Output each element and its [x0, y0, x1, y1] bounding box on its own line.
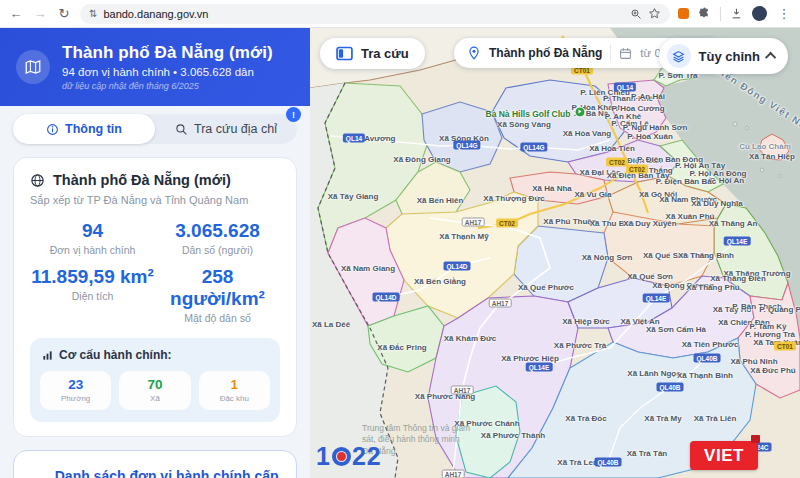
map-label: Xã Quế Sơn	[627, 272, 673, 281]
road-badge: AH17	[442, 470, 465, 478]
map-label: P. Hòa Xuân	[627, 132, 673, 141]
overview-card: Thành phố Đà Nẵng (mới) Sắp xếp từ TP Đà…	[13, 157, 297, 437]
map-label: P. Hương Trà	[745, 330, 795, 339]
map-label: Xã Tây Giang	[328, 192, 379, 201]
map-label: P. Tam Kỳ	[749, 322, 786, 331]
map-label: Xã Tiên Phước	[682, 340, 739, 349]
tab-tra-cuu-dia-chi[interactable]: Tra cứu địa chỉ	[155, 114, 297, 144]
road-badge: QL40B	[657, 383, 684, 392]
map-label: P. Bàn Thạch	[732, 302, 782, 311]
road-badge: CT02	[496, 219, 518, 228]
zoom-icon[interactable]	[630, 8, 642, 20]
divider	[720, 7, 721, 21]
overview-subtitle: Sắp xếp từ TP Đà Nẵng và Tỉnh Quảng Nam	[30, 194, 280, 206]
map-label: Xã Phước Năng	[415, 392, 475, 401]
road-badge: QL14G	[453, 141, 480, 150]
map-label: Xã Sơn Cẩm Hà	[646, 325, 706, 334]
map-label: Xã Nông Sơn	[582, 253, 633, 262]
map-label: P. Ngũ Hành Sơn	[623, 123, 688, 132]
map-label: Xã Phước Trà	[554, 341, 606, 350]
map-label: Xã Bến Giằng	[414, 277, 466, 286]
logo-1022-two: 22	[352, 442, 382, 471]
bookmark-star-icon[interactable]	[648, 7, 661, 20]
map-label: Xã Thu Bồn	[590, 219, 634, 228]
map-label: Xã Phú Thuận	[543, 217, 596, 226]
map-label: Xã Trà Tân	[627, 449, 667, 458]
map-label: Xã Xuân Phú	[666, 212, 715, 221]
stat-admin-units: 94 Đơn vị hành chính	[30, 220, 155, 256]
map-label: Xã Thăng Trường	[723, 269, 790, 278]
info-icon	[46, 123, 59, 136]
reload-icon[interactable]: ↻	[56, 7, 72, 20]
city-header: Thành phố Đà Nẵng (mới) 94 đơn vị hành c…	[0, 28, 310, 106]
download-icon[interactable]	[730, 7, 743, 20]
map-label: Cù Lao Chàm	[739, 142, 791, 151]
map-label: Xã Đắc Pring	[377, 343, 426, 352]
notification-badge: !	[286, 107, 301, 122]
stat-population: 3.065.628 Dân số (người)	[155, 220, 280, 256]
map-icon	[16, 50, 50, 84]
map-label: P. Hội An Đông	[690, 169, 747, 178]
logo-viet[interactable]: VIET	[690, 441, 758, 470]
map-label: Xã Việt An	[620, 317, 659, 326]
map-label: Xã Phú Ninh	[730, 357, 777, 366]
extension-icon[interactable]	[678, 8, 689, 19]
current-location[interactable]: Thành phố Đà Nẵng	[489, 46, 602, 60]
road-badge: CT02	[606, 158, 628, 167]
map-label: Xã Lãnh Ngọc	[627, 369, 680, 378]
browser-toolbar: ← → ↻ ⇅ bando.danang.gov.vn ⋮	[0, 0, 800, 28]
profile-avatar[interactable]	[752, 6, 767, 21]
map-label: Xã Duy Nghĩa	[691, 199, 743, 208]
map-label: Xã Khâm Đức	[444, 334, 496, 343]
data-updated-note: dữ liệu cập nhật đến tháng 6/2025	[62, 81, 273, 91]
map-label: Xã Trà Leng	[557, 458, 602, 467]
map-canvas[interactable]: Xã AvươngXã Đông GiangXã Sông KônXã Sông…	[310, 28, 800, 478]
stats-grid: 94 Đơn vị hành chính 3.065.628 Dân số (n…	[30, 220, 280, 324]
map-label: Xã Hiệp Đức	[562, 317, 610, 326]
tra-cuu-button[interactable]: Tra cứu	[320, 38, 425, 69]
map-label: P. Hội An	[710, 176, 744, 185]
map-label: Xã Phước Hiệp	[501, 354, 559, 363]
search-icon	[175, 123, 188, 136]
map-label: P. An Thắng	[627, 166, 672, 175]
tab-thong-tin[interactable]: Thông tin	[13, 114, 155, 144]
map-label: Xã Tân Hiệp	[749, 152, 795, 161]
commune-list-link[interactable]: Danh sách đơn vị hành chính cấp xã	[30, 468, 280, 478]
site-info-icon[interactable]: ⇅	[89, 8, 97, 19]
map-label: Xã Thăng Điền	[710, 274, 766, 283]
stat-area: 11.859,59 km² Diện tích	[30, 266, 155, 324]
url-bar[interactable]: ⇅ bando.danang.gov.vn	[80, 4, 670, 24]
road-badge: CT02	[626, 165, 648, 174]
road-badge: QL40B	[694, 354, 721, 363]
map-label: Xã Phước Thành	[481, 431, 545, 440]
map-label: Xã Nam Phước	[659, 195, 717, 204]
road-badge: QL14E	[526, 363, 553, 372]
menu-kebab-icon[interactable]: ⋮	[776, 7, 792, 20]
map-label: Xã Thượng Đức	[483, 194, 544, 203]
map-label: Xã Điện Bàn Tây	[607, 171, 670, 180]
map-label: P. An Hải	[631, 92, 665, 101]
map-label: Xã Đại Lộc	[580, 168, 621, 177]
road-badge: AH17	[489, 299, 512, 308]
map-label: Xã Duy Xuyên	[623, 219, 676, 228]
tra-cuu-label: Tra cứu	[361, 46, 409, 61]
sidebar-tabs: Thông tin Tra cứu địa chỉ !	[13, 114, 297, 144]
extensions-puzzle-icon[interactable]	[698, 7, 711, 20]
map-label: Xã Thạnh Mỹ	[439, 232, 488, 241]
structure-title: Cơ cấu hành chính:	[59, 348, 172, 362]
forward-icon[interactable]: →	[32, 7, 48, 20]
logo-1022[interactable]: 1 22	[316, 442, 382, 471]
back-icon[interactable]: ←	[8, 7, 24, 20]
map-label: Xã Trà Liên	[694, 414, 737, 423]
map-label: Xã Quế Phước	[518, 283, 574, 292]
map-label: Xã Bến Hiên	[417, 196, 464, 205]
tuy-chinh-button[interactable]: Tùy chỉnh	[659, 38, 788, 74]
tab-tra-cuu-label: Tra cứu địa chỉ	[194, 122, 277, 136]
calendar-icon	[619, 47, 632, 60]
road-badge: QL14	[614, 83, 636, 92]
map-label: Xã Đồng Dương	[652, 281, 714, 290]
map-label: P. Liên Chiểu	[580, 88, 630, 97]
road-badge: AH17	[462, 218, 485, 227]
panel-icon	[336, 46, 353, 61]
map-label: Xã Hòa Vang	[563, 129, 611, 138]
